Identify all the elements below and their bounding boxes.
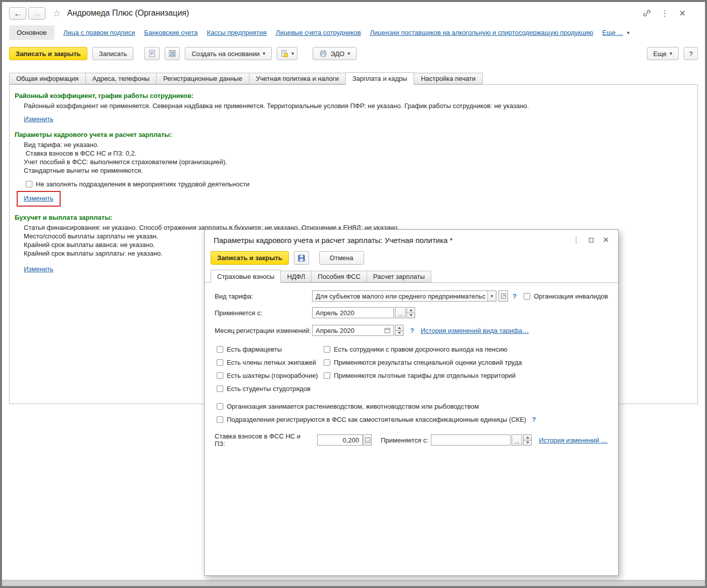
section-district-text: Районный коэффициент не применяется. Сев… [24,102,692,110]
help-button[interactable]: ? [684,47,698,60]
document-report-button[interactable] [144,47,160,60]
reg-month-input[interactable]: Апрель 2020 [312,325,394,336]
tariff-help-button[interactable]: ? [513,292,517,300]
tab-accounting-policy[interactable]: Учетная политика и налоги [249,73,345,84]
nav-link-employee-accounts[interactable]: Лицевые счета сотрудников [276,29,361,36]
hr-params-change-link[interactable]: Изменить [24,194,54,202]
reg-month-row: Месяц регистрации изменений: Апрель 2020… [215,325,613,336]
fss-rate-applies-spinner [523,434,532,446]
calendar-icon[interactable] [384,327,390,333]
dialog-window-actions: ⋮ ✕ [572,235,609,244]
dialog-tab-fss-benefits[interactable]: Пособия ФСС [311,271,366,282]
dialog-save-button[interactable] [294,251,309,265]
disabled-org-checkbox[interactable] [524,293,530,300]
ske-help-button[interactable]: ? [532,416,536,423]
flight-crews-checkbox[interactable] [217,359,223,366]
edo-button[interactable]: ЭДО ▾ [313,47,357,60]
tariff-history-link[interactable]: История изменений вида тарифа… [421,327,529,334]
fss-rate-applies-more-button[interactable]: ... [512,434,522,446]
tariff-type-row: Вид тарифа: Для субъектов малого или сре… [215,290,613,302]
pharmacists-checkbox[interactable] [217,346,223,353]
special-assessment-checkbox[interactable] [324,359,330,366]
spin-down-button[interactable] [395,331,403,336]
tariff-type-combobox[interactable]: Для субъектов малого или среднего предпр… [312,290,496,302]
kebab-menu-icon[interactable]: ⋮ [572,235,580,244]
close-icon[interactable]: ✕ [679,9,686,18]
spin-up-button[interactable] [523,434,532,440]
early-retirement-checkbox-row: Есть сотрудники с правом досрочного выхо… [324,346,508,353]
create-based-on-button[interactable]: Создать на основании ▾ [185,47,272,60]
fss-rate-label: Ставка взносов в ФСС НС и ПЗ: [215,432,312,448]
tab-addresses[interactable]: Адреса, телефоны [85,73,157,84]
nav-item-main[interactable]: Основное [9,25,55,40]
tariff-type-value: Для субъектов малого или среднего предпр… [313,291,487,301]
special-assessment-label: Применяются результаты специальной оценк… [334,359,522,366]
fss-rate-input[interactable]: 0,200 [317,434,363,446]
students-checkbox[interactable] [217,385,223,392]
fss-rate-applies-label: Применяется с: [381,436,428,444]
create-linked-dropdown-button[interactable]: ▾ [277,47,297,60]
kebab-menu-icon[interactable]: ⋮ [661,9,669,18]
nav-more-button[interactable]: Еще ... ▾ [602,29,629,36]
applies-from-label: Применяется с: [215,309,312,317]
dialog-tab-salary-calc[interactable]: Расчет зарплаты [367,271,431,282]
back-button[interactable]: ← [9,7,26,20]
abacus-icon [168,50,176,58]
spin-up-button[interactable] [395,325,403,331]
forward-button[interactable]: → [28,7,45,20]
fss-rate-history-link[interactable]: История изменений … [539,436,608,444]
agro-checkbox[interactable] [217,403,223,410]
calculator-button[interactable] [363,434,372,446]
reg-month-help-button[interactable]: ? [410,327,414,334]
district-change-link[interactable]: Изменить [24,115,54,123]
spin-down-button[interactable] [523,440,532,446]
fss-rate-row: Ставка взносов в ФСС НС и ПЗ: 0,200 Прим… [215,434,613,446]
more-button[interactable]: Еще ▾ [647,47,679,60]
dialog-body: Вид тарифа: Для субъектов малого или сре… [205,283,618,578]
hr-params-line: Ставка взносов в ФСС НС и ПЗ: 0,2. [24,150,692,158]
create-linked-icon [280,50,288,58]
close-icon[interactable]: ✕ [602,235,609,244]
applies-from-input[interactable]: Апрель 2020 [312,307,394,318]
tab-strip: Общая информация Адреса, телефоны Регист… [9,72,483,84]
tab-registration-data[interactable]: Регистрационные данные [156,73,248,84]
window-bottom-strip [2,580,705,586]
pharmacists-checkbox-row: Есть фармацевты [217,346,282,353]
disabled-org-checkbox-row: Организация инвалидов [524,292,608,300]
dialog-save-close-button[interactable]: Записать и закрыть [211,251,289,265]
save-close-button[interactable]: Записать и закрыть [9,47,87,60]
ske-checkbox[interactable] [217,416,223,423]
nav-link-alcohol-licenses[interactable]: Лицензии поставщиков на алкогольную и сп… [370,29,593,36]
nav-more-label: Еще ... [602,29,623,36]
caret-down-icon[interactable]: ▾ [487,291,496,301]
reg-month-label: Месяц регистрации изменений: [215,327,312,334]
no-departments-checkbox[interactable] [26,181,32,187]
spin-up-button[interactable] [407,307,415,313]
applies-from-more-button[interactable]: ... [395,307,406,318]
nav-link-cash-desks[interactable]: Кассы предприятия [207,29,266,36]
dialog-cancel-button[interactable]: Отмена [319,251,364,265]
spin-down-button[interactable] [407,313,415,319]
tab-general-info[interactable]: Общая информация [9,73,85,84]
favorite-star-icon[interactable]: ☆ [53,8,61,19]
territory-tariffs-checkbox[interactable] [324,372,330,379]
nav-link-bank-accounts[interactable]: Банковские счета [144,29,197,36]
dialog-tab-ndfl[interactable]: НДФЛ [281,271,311,282]
titlebar: ← → ☆ Андромеда Плюс (Организация) ⋮ ✕ [2,2,705,24]
maximize-button[interactable] [589,238,593,242]
no-departments-checkbox-row: Не заполнять подразделения в мероприятия… [26,180,249,188]
accounting-change-link[interactable]: Изменить [24,265,54,273]
agro-label: Организация занимается растениеводством,… [227,403,479,410]
abacus-button[interactable] [165,47,180,60]
nav-link-signers[interactable]: Лица с правом подписи [64,29,135,36]
fss-rate-applies-input[interactable] [431,434,511,446]
miners-checkbox[interactable] [217,372,223,379]
early-retirement-checkbox[interactable] [324,346,330,353]
get-link-icon[interactable] [643,9,651,17]
open-picker-button[interactable] [498,290,508,302]
tab-print-settings[interactable]: Настройка печати [414,73,482,84]
dialog-tab-insurance[interactable]: Страховые взносы [211,270,281,283]
disabled-org-label: Организация инвалидов [534,292,608,300]
save-button[interactable]: Записать [92,47,134,60]
tab-salary-hr[interactable]: Зарплата и кадры [345,72,415,85]
